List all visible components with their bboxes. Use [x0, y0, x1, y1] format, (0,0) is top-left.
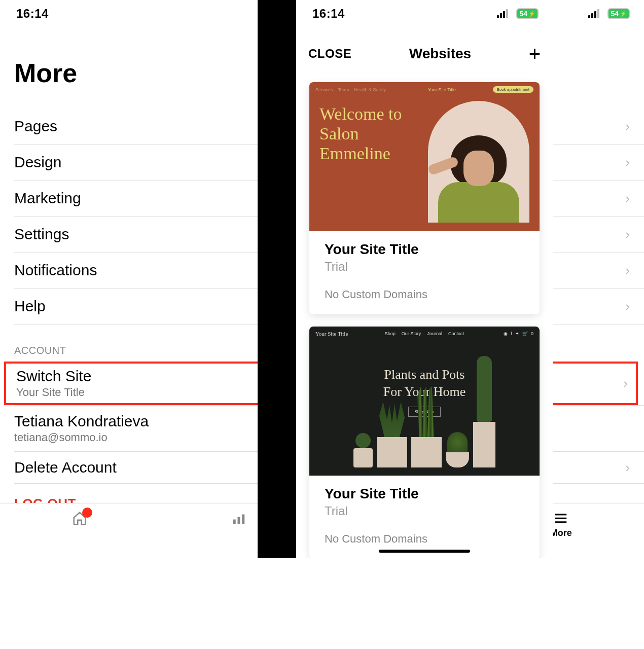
home-indicator[interactable]: [379, 550, 470, 553]
chevron-right-icon: ›: [625, 263, 630, 278]
tab-home[interactable]: [72, 511, 87, 528]
cellular-icon: [588, 9, 599, 18]
site-title: Your Site Title: [325, 241, 524, 258]
svg-rect-6: [555, 518, 567, 519]
site-status: Trial: [325, 504, 524, 518]
svg-rect-5: [555, 514, 567, 515]
svg-rect-7: [555, 521, 567, 523]
chevron-right-icon: ›: [625, 460, 630, 476]
switch-site-subtitle: Your Site Title: [16, 386, 91, 399]
tab-analytics[interactable]: [231, 511, 246, 526]
site-title: Your Site Title: [325, 486, 524, 502]
site-card[interactable]: Your Site Title ShopOur StoryJournalCont…: [309, 327, 540, 558]
battery-icon: 54⚡: [516, 8, 539, 19]
site-status: Trial: [325, 260, 524, 274]
chevron-right-icon: ›: [625, 191, 630, 206]
site-card[interactable]: ServicesTeamHealth & Safety Your Site Ti…: [309, 82, 540, 314]
notification-badge-icon: [82, 508, 92, 518]
tab-more[interactable]: More: [550, 511, 572, 538]
chevron-right-icon: ›: [625, 119, 630, 134]
nav-bar: CLOSE Websites +: [296, 27, 553, 73]
thumb-heading: Welcome to Salon Emmeline: [319, 101, 428, 224]
site-domain: No Custom Domains: [325, 532, 524, 546]
divider: [258, 0, 296, 558]
svg-rect-2: [242, 515, 245, 524]
status-bar: 16:14 54⚡: [296, 0, 553, 27]
user-email: tetiana@sommo.io: [14, 431, 149, 444]
chevron-right-icon: ›: [623, 376, 628, 391]
status-time: 16:14: [312, 7, 345, 21]
chevron-right-icon: ›: [625, 155, 630, 170]
site-thumbnail: Your Site Title ShopOur StoryJournalCont…: [309, 327, 540, 476]
status-time: 16:14: [16, 7, 49, 21]
svg-rect-1: [238, 517, 240, 524]
thumb-image: [428, 101, 529, 223]
battery-icon: 54⚡: [607, 8, 630, 19]
add-site-button[interactable]: +: [529, 44, 541, 64]
close-button[interactable]: CLOSE: [308, 47, 351, 61]
chevron-right-icon: ›: [625, 299, 630, 314]
site-domain: No Custom Domains: [325, 288, 524, 301]
thumb-image: [309, 396, 540, 467]
site-thumbnail: ServicesTeamHealth & Safety Your Site Ti…: [309, 82, 540, 231]
cellular-icon: [497, 9, 508, 18]
chevron-right-icon: ›: [625, 227, 630, 242]
nav-title: Websites: [409, 46, 471, 62]
websites-screen: 16:14 54⚡ CLOSE Websites + ServicesTeamH…: [296, 0, 553, 558]
switch-site-title: Switch Site: [16, 368, 91, 385]
user-name: Tetiana Kondratieva: [14, 413, 149, 430]
svg-rect-0: [233, 520, 236, 524]
